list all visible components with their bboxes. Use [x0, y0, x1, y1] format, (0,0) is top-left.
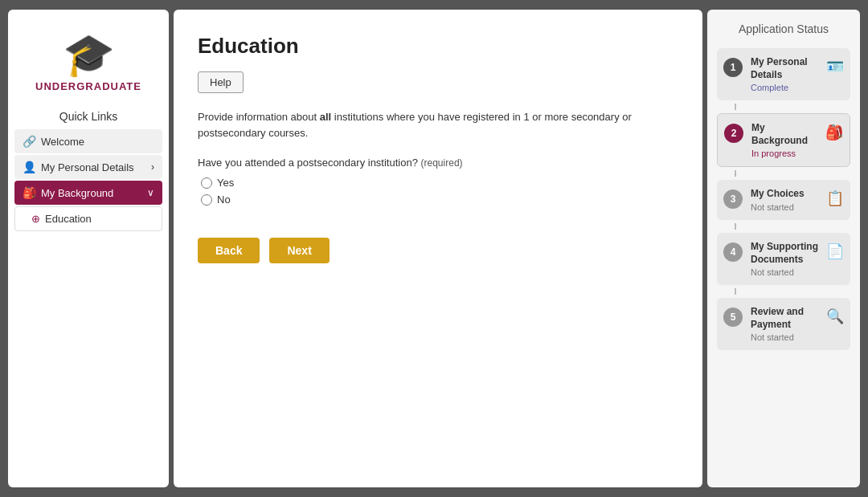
background-icon: 🎒	[23, 186, 36, 199]
status-sub-2: In progress	[751, 149, 817, 158]
option-no-label: No	[217, 194, 231, 206]
sidebar-welcome-label: Welcome	[41, 136, 84, 148]
app-wrapper: 🎓 UNDERGRADUATE Quick Links 🔗 Welcome 👤 …	[8, 10, 860, 487]
sidebar-item-personal-details[interactable]: 👤 My Personal Details ›	[14, 155, 162, 179]
status-text-4: My Supporting Documents Not started	[751, 241, 818, 277]
radio-no[interactable]	[201, 194, 212, 206]
sidebar-item-my-background[interactable]: 🎒 My Background ∨	[14, 181, 162, 205]
connector-2-3	[735, 170, 736, 177]
status-item-choices: 3 My Choices Not started 📋	[717, 180, 850, 220]
sidebar-logo: 🎓 UNDERGRADUATE	[35, 34, 141, 92]
status-item-review: 5 Review and Payment Not started 🔍	[717, 298, 850, 350]
status-name-2: My Background	[751, 122, 817, 147]
status-panel: Application Status 1 My Personal Details…	[707, 10, 860, 487]
status-text-5: Review and Payment Not started	[751, 306, 818, 342]
sidebar-item-welcome[interactable]: 🔗 Welcome	[14, 129, 162, 153]
help-button[interactable]: Help	[198, 71, 244, 93]
button-group: Back Next	[198, 238, 678, 263]
personal-details-icon: 👤	[23, 161, 36, 173]
status-item-background: 2 My Background In progress 🎒	[717, 113, 850, 167]
status-icon-4: 📄	[826, 242, 844, 260]
graduation-cap-icon: 🎓	[63, 34, 115, 75]
connector-4-5	[735, 288, 736, 295]
option-yes-label: Yes	[217, 177, 234, 189]
sidebar: 🎓 UNDERGRADUATE Quick Links 🔗 Welcome 👤 …	[8, 10, 169, 487]
status-name-5: Review and Payment	[751, 306, 818, 331]
radio-yes[interactable]	[201, 177, 212, 189]
education-sub-icon: ⊕	[31, 213, 40, 225]
status-items-list: 1 My Personal Details Complete 🪪 2 My Ba…	[717, 48, 850, 353]
question-text: Have you attended a postsecondary instit…	[198, 157, 418, 169]
status-sub-3: Not started	[751, 202, 818, 212]
status-number-4: 4	[723, 242, 743, 262]
option-no[interactable]: No	[201, 194, 678, 206]
page-title: Education	[198, 34, 678, 59]
question-label: Have you attended a postsecondary instit…	[198, 157, 678, 169]
status-panel-title: Application Status	[717, 22, 850, 35]
sidebar-personal-details-label: My Personal Details	[41, 161, 134, 173]
status-number-2: 2	[724, 124, 743, 143]
status-number-1: 1	[723, 58, 743, 77]
status-text-3: My Choices Not started	[751, 188, 818, 212]
description-before: Provide information about	[198, 111, 320, 123]
required-label: (required)	[421, 157, 463, 169]
description-text: Provide information about all institutio…	[198, 109, 678, 141]
description-bold: all	[320, 111, 331, 123]
status-text-1: My Personal Details Complete	[751, 56, 818, 92]
chevron-right-icon: ›	[151, 161, 154, 173]
status-item-documents: 4 My Supporting Documents Not started 📄	[717, 233, 850, 285]
status-name-3: My Choices	[751, 188, 818, 201]
status-icon-5: 🔍	[826, 308, 844, 325]
status-number-5: 5	[723, 308, 743, 327]
connector-1-2	[735, 104, 736, 110]
radio-group: Yes No	[201, 177, 678, 206]
status-icon-1: 🪪	[826, 58, 844, 75]
welcome-icon: 🔗	[23, 135, 36, 148]
chevron-down-icon: ∨	[147, 187, 154, 198]
next-button[interactable]: Next	[269, 238, 329, 263]
sidebar-title: UNDERGRADUATE	[35, 80, 141, 92]
status-item-personal-details: 1 My Personal Details Complete 🪪	[717, 48, 850, 100]
option-yes[interactable]: Yes	[201, 177, 678, 189]
status-sub-4: Not started	[751, 267, 818, 277]
status-sub-1: Complete	[751, 83, 818, 92]
sidebar-navigation: 🔗 Welcome 👤 My Personal Details › 🎒 My B…	[8, 129, 169, 231]
status-text-2: My Background In progress	[751, 122, 817, 158]
sidebar-item-education[interactable]: ⊕ Education	[14, 206, 162, 231]
sidebar-background-label: My Background	[41, 187, 113, 199]
status-name-4: My Supporting Documents	[751, 241, 818, 266]
quick-links-label: Quick Links	[59, 110, 117, 123]
connector-3-4	[735, 223, 736, 230]
status-sub-5: Not started	[751, 332, 818, 342]
status-icon-3: 📋	[826, 189, 844, 207]
status-number-3: 3	[723, 189, 743, 209]
main-content: Education Help Provide information about…	[174, 10, 702, 487]
status-icon-2: 🎒	[825, 124, 843, 141]
sidebar-education-label: Education	[45, 213, 92, 225]
status-name-1: My Personal Details	[751, 56, 818, 81]
back-button[interactable]: Back	[198, 238, 260, 263]
